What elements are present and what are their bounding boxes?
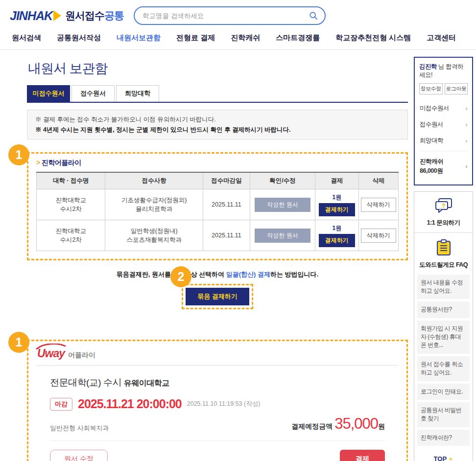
cell-deadline: 2025.11.11 bbox=[203, 220, 250, 251]
nav-item-my-applications[interactable]: 내원서보관함 bbox=[117, 33, 161, 43]
card-actions: 원서 수정 결제 bbox=[50, 450, 385, 461]
card-title: 전문대학(교) 수시 유웨이대학교 bbox=[50, 376, 385, 389]
svg-text:?: ? bbox=[442, 203, 445, 209]
expected-amount: 결제예정금액 35,000원 bbox=[291, 415, 385, 433]
uway-apply-section: 1 Uway 어플라이 전문대학(교) 수시 유웨이대학교 마감 202 bbox=[27, 340, 408, 461]
admission-track: 일반전형 사회복지과 bbox=[50, 424, 109, 433]
nav-item-jinhak-cash[interactable]: 진학캐쉬 bbox=[231, 33, 260, 43]
department: 물리치료학과 bbox=[136, 206, 172, 212]
jinhak-dotted-box: >진학어플라이 대학 · 접수명 접수사항 접수마감일 확인/수정 결제 삭제 bbox=[27, 152, 408, 260]
content-column: 내원서 보관함 미접수원서 접수원서 희망대학 ※ 결제 후에는 접수 취소가 … bbox=[27, 57, 408, 461]
faq-header: 도와드릴게요 FAQ bbox=[414, 233, 473, 273]
amount-unit: 원 bbox=[378, 422, 385, 430]
sidebar-item-label: 희망대학 bbox=[420, 137, 443, 145]
cell-details: 기초생활수급자(정원외)물리치료학과 bbox=[105, 189, 203, 220]
chevron-right-icon: › bbox=[466, 105, 468, 112]
cell-payment: 1원결제하기 bbox=[315, 189, 359, 220]
col-delete: 삭제 bbox=[358, 172, 398, 189]
bundle-description: 묶음결제란, 원서를 2건 이상 선택하여 일괄(합산) 결제하는 방법입니다. bbox=[27, 270, 408, 279]
chevron-right-icon: › bbox=[466, 138, 468, 144]
table-row: 진학대학교수시2차 기초생활수급자(정원외)물리치료학과 2025.11.11 … bbox=[37, 189, 399, 220]
edit-info-button[interactable]: 정보수정 bbox=[419, 83, 443, 94]
uway-application-card: 전문대학(교) 수시 유웨이대학교 마감 2025.11.21 20:00:00… bbox=[36, 366, 399, 461]
main-nav: 원서검색 공통원서작성 내원서보관함 전형료 결제 진학캐쉬 스마트경쟁률 학교… bbox=[0, 29, 476, 50]
cell-details: 일반학생(정원내)스포츠재활복지학과 bbox=[105, 220, 203, 251]
faq-item-what-is-common-application[interactable]: 공통원서란? bbox=[417, 301, 470, 318]
school-search-input[interactable] bbox=[142, 12, 309, 20]
edit-application-button[interactable]: 원서 수정 bbox=[50, 450, 108, 461]
cell-confirm: 작성한 원서 bbox=[250, 220, 315, 251]
col-confirm: 확인/수정 bbox=[250, 172, 315, 189]
faq-clipboard-icon bbox=[436, 239, 452, 256]
nav-item-smart-ratio[interactable]: 스마트경쟁률 bbox=[276, 33, 320, 43]
faq-item-find-password[interactable]: 공통원서 비밀번호 찾기 bbox=[417, 402, 470, 427]
written-application-button[interactable]: 작성한 원서 bbox=[255, 198, 310, 212]
bundle-payment-jinhak: 2 묶음결제란, 원서를 2건 이상 선택하여 일괄(합산) 결제하는 방법입니… bbox=[27, 270, 408, 309]
bundle-pay-button[interactable]: 묶음 결제하기 bbox=[186, 288, 249, 305]
faq-item-login-issue[interactable]: 로그인이 안돼요. bbox=[417, 384, 470, 400]
sidebar-item-label: 미접수원서 bbox=[420, 104, 449, 113]
greeting: 김진학 님 합격하세요! bbox=[419, 63, 468, 79]
pay-button[interactable]: 결제하기 bbox=[319, 203, 355, 216]
cell-delete: 삭제하기 bbox=[358, 189, 398, 220]
help-box: ? 1:1 문의하기 도와드릴게요 FAQ 원서 내용을 수정하고 싶어요. 공… bbox=[414, 191, 473, 461]
nav-item-customer-center[interactable]: 고객센터 bbox=[427, 33, 456, 43]
university-name: 진학대학교 bbox=[55, 197, 86, 204]
faq-list: 원서 내용을 수정하고 싶어요. 공통원서란? 회원가입 시 지원자 (수험생)… bbox=[414, 273, 473, 452]
cell-payment: 1원결제하기 bbox=[315, 220, 359, 251]
sidebar-menu: 미접수원서› 접수원서› 희망대학› 진학캐쉬86,000원 › bbox=[419, 100, 468, 180]
applications-table: 대학 · 접수명 접수사항 접수마감일 확인/수정 결제 삭제 진학대학교수시2… bbox=[36, 172, 399, 251]
uway-logo-suffix: 어플라이 bbox=[68, 351, 95, 360]
top-label: TOP bbox=[434, 455, 447, 461]
tab-unsubmitted[interactable]: 미접수원서 bbox=[27, 85, 70, 102]
card-university: 유웨이대학교 bbox=[124, 379, 169, 387]
created-datetime: 2025.11.10 11:19:53 (작성) bbox=[187, 400, 261, 408]
pay-button[interactable]: 결제하기 bbox=[319, 234, 355, 247]
sidebar-item-unsubmitted[interactable]: 미접수원서› bbox=[419, 100, 468, 116]
written-application-button[interactable]: 작성한 원서 bbox=[255, 229, 310, 243]
faq-item-cancel-application[interactable]: 원서 접수를 취소하고 싶어요. bbox=[417, 356, 470, 381]
admission-round: 수시2차 bbox=[60, 236, 81, 243]
logout-button[interactable]: 로그아웃 bbox=[445, 83, 468, 94]
nav-item-fee-payment[interactable]: 전형료 결제 bbox=[176, 33, 215, 43]
faq-item-what-is-jinhak-cash[interactable]: 진학캐쉬란? bbox=[417, 430, 470, 446]
step-badge-1: 1 bbox=[8, 144, 29, 165]
service-name-primary: 원서접수 bbox=[65, 10, 104, 21]
jinhak-apply-section: 1 >진학어플라이 대학 · 접수명 접수사항 접수마감일 확인/수정 결제 삭… bbox=[27, 152, 408, 260]
tab-submitted[interactable]: 접수원서 bbox=[71, 85, 115, 102]
school-search-box bbox=[134, 6, 326, 25]
delete-button[interactable]: 삭제하기 bbox=[361, 229, 396, 243]
right-sidebar: 김진학 님 합격하세요! 정보수정 로그아웃 미접수원서› 접수원서› 희망대학… bbox=[414, 57, 473, 461]
jinhak-logo[interactable]: JINHAK 원서접수공통 bbox=[10, 9, 124, 23]
page-title: 내원서 보관함 bbox=[28, 60, 408, 77]
inquiry-link[interactable]: ? 1:1 문의하기 bbox=[414, 192, 473, 233]
tab-bar: 미접수원서 접수원서 희망대학 bbox=[27, 85, 408, 103]
service-name: 원서접수공통 bbox=[65, 9, 124, 23]
faq-item-phone-number[interactable]: 회원가입 시 지원자 (수험생) 휴대폰 번호... bbox=[417, 321, 470, 354]
delete-button[interactable]: 삭제하기 bbox=[361, 198, 396, 212]
search-icon[interactable] bbox=[309, 11, 318, 20]
payment-amount: 1원 bbox=[317, 224, 357, 232]
uway-pay-button[interactable]: 결제 bbox=[340, 450, 385, 461]
chat-bubbles-icon: ? bbox=[434, 198, 453, 213]
nav-item-common-application[interactable]: 공통원서작성 bbox=[57, 33, 101, 43]
col-payment: 결제 bbox=[315, 172, 359, 189]
triangle-up-icon: ▲ bbox=[448, 456, 453, 461]
faq-item-edit-application[interactable]: 원서 내용을 수정하고 싶어요. bbox=[417, 275, 470, 300]
cash-lines: 진학캐쉬86,000원 bbox=[420, 157, 443, 176]
nav-item-principal-recommendation[interactable]: 학교장추천전형 시스템 bbox=[335, 33, 411, 43]
uway-swoosh-icon bbox=[36, 344, 66, 349]
scroll-to-top-link[interactable]: TOP ▲ bbox=[414, 451, 473, 461]
bundle-text-post: 하는 방법입니다. bbox=[270, 271, 318, 278]
cell-deadline: 2025.11.11 bbox=[203, 189, 250, 220]
sidebar-item-wishlist[interactable]: 희망대학› bbox=[419, 133, 468, 149]
amount-label: 결제예정금액 bbox=[291, 422, 333, 430]
sidebar-item-jinhak-cash[interactable]: 진학캐쉬86,000원 › bbox=[419, 151, 468, 180]
nav-item-application-search[interactable]: 원서검색 bbox=[12, 33, 41, 43]
user-name: 김진학 bbox=[419, 63, 437, 70]
col-university: 대학 · 접수명 bbox=[37, 172, 105, 189]
sidebar-item-submitted[interactable]: 접수원서› bbox=[419, 116, 468, 133]
sidebar-item-label: 접수원서 bbox=[420, 120, 443, 129]
tab-wishlist[interactable]: 희망대학 bbox=[116, 85, 159, 102]
cell-university: 진학대학교수시2차 bbox=[37, 189, 105, 220]
